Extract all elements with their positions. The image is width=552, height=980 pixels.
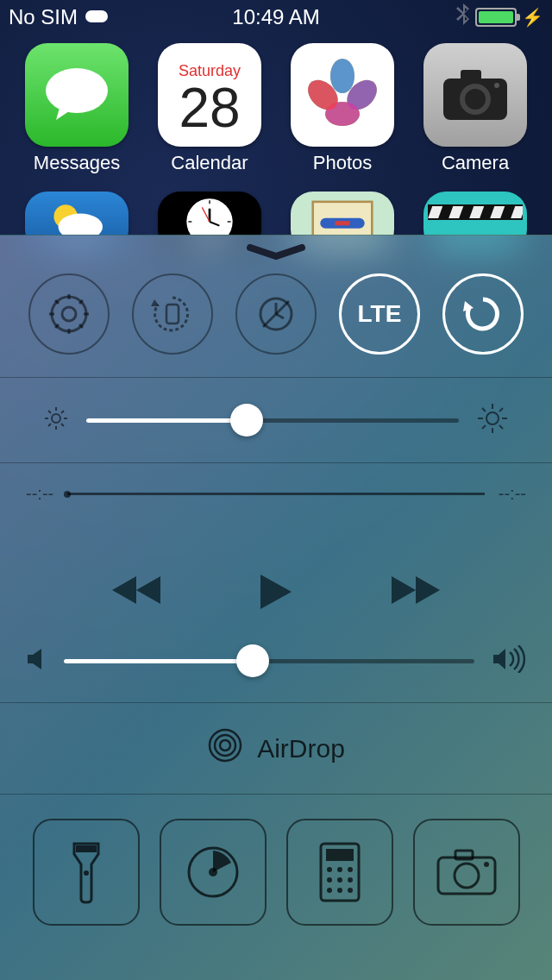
- svg-point-75: [327, 867, 332, 872]
- scrubber[interactable]: --:-- --:--: [26, 484, 526, 504]
- svg-line-62: [482, 408, 486, 411]
- rotation-lock-toggle[interactable]: [132, 273, 213, 355]
- svg-line-56: [61, 411, 64, 413]
- grabber-handle[interactable]: [246, 244, 306, 265]
- battery-icon: [475, 8, 517, 27]
- svg-point-78: [327, 877, 332, 883]
- app-camera[interactable]: Camera: [419, 43, 531, 174]
- previous-track-button[interactable]: [112, 573, 164, 611]
- timer-button[interactable]: [160, 819, 267, 926]
- svg-line-63: [499, 425, 503, 429]
- svg-point-86: [455, 864, 479, 888]
- clock-label: 10:49 AM: [232, 5, 319, 29]
- play-button[interactable]: [259, 573, 293, 611]
- svg-point-87: [484, 862, 489, 867]
- svg-point-80: [348, 877, 353, 883]
- svg-point-81: [327, 888, 332, 893]
- scrubber-end-time: --:--: [499, 484, 526, 504]
- app-label: Camera: [442, 152, 509, 174]
- app-photos[interactable]: Photos: [286, 43, 398, 174]
- status-bar: No SIM 10:49 AM ⚡: [0, 0, 552, 35]
- app-label: Calendar: [171, 152, 248, 174]
- calendar-date-label: 28: [179, 80, 240, 135]
- svg-rect-10: [461, 70, 481, 82]
- svg-point-76: [337, 867, 342, 872]
- svg-point-0: [46, 68, 108, 113]
- volume-slider[interactable]: [64, 659, 474, 663]
- app-messages[interactable]: Messages: [21, 43, 133, 174]
- home-screen: Messages Saturday 28 Calendar: [0, 43, 552, 252]
- volume-low-icon: [26, 647, 47, 675]
- svg-line-54: [61, 424, 64, 426]
- media-section: --:-- --:--: [0, 463, 552, 703]
- svg-rect-26: [335, 221, 349, 225]
- lte-label: LTE: [358, 300, 402, 328]
- svg-point-79: [337, 877, 342, 883]
- svg-point-34: [62, 307, 76, 321]
- control-center: LTE --:-- --:--: [0, 235, 552, 980]
- airdrop-icon: [207, 727, 243, 770]
- svg-rect-43: [166, 305, 179, 324]
- charging-icon: ⚡: [522, 7, 543, 28]
- scrubber-start-time: --:--: [26, 484, 53, 504]
- brightness-low-icon: [43, 405, 69, 435]
- flashlight-button[interactable]: [33, 819, 140, 926]
- svg-line-65: [499, 408, 503, 411]
- svg-point-12: [465, 89, 486, 110]
- brightness-high-icon: [476, 402, 509, 438]
- app-label: Photos: [313, 152, 373, 174]
- svg-line-53: [48, 411, 51, 413]
- svg-rect-74: [326, 849, 354, 861]
- airdrop-label: AirDrop: [257, 734, 345, 763]
- svg-point-67: [215, 735, 235, 756]
- svg-point-70: [84, 870, 89, 876]
- hotspot-icon: [85, 5, 109, 29]
- svg-point-5: [330, 59, 354, 93]
- carrier-label: No SIM: [9, 5, 78, 29]
- svg-rect-69: [76, 845, 97, 852]
- svg-point-72: [209, 868, 217, 876]
- bluetooth-icon: [456, 3, 470, 31]
- airdrop-button[interactable]: AirDrop: [0, 703, 552, 795]
- svg-point-13: [494, 83, 499, 88]
- svg-point-82: [337, 888, 342, 893]
- refresh-toggle[interactable]: [442, 273, 524, 355]
- svg-point-66: [220, 740, 230, 751]
- calculator-button[interactable]: [286, 819, 393, 926]
- next-track-button[interactable]: [388, 573, 440, 611]
- brightness-section: [0, 378, 552, 463]
- brightness-slider[interactable]: [86, 418, 459, 423]
- svg-point-83: [348, 888, 353, 893]
- app-calendar[interactable]: Saturday 28 Calendar: [154, 43, 266, 174]
- settings-toggle[interactable]: [28, 273, 110, 355]
- app-label: Messages: [34, 152, 120, 174]
- svg-point-57: [486, 412, 499, 424]
- svg-rect-85: [455, 851, 473, 859]
- svg-line-55: [48, 424, 51, 426]
- do-not-disturb-toggle[interactable]: [235, 273, 317, 355]
- svg-point-77: [348, 867, 353, 872]
- svg-line-64: [482, 425, 486, 429]
- quick-launch-row: [0, 795, 552, 950]
- camera-button[interactable]: [413, 819, 520, 926]
- volume-high-icon: [492, 645, 526, 676]
- lte-toggle[interactable]: LTE: [339, 273, 420, 355]
- svg-point-48: [52, 414, 60, 423]
